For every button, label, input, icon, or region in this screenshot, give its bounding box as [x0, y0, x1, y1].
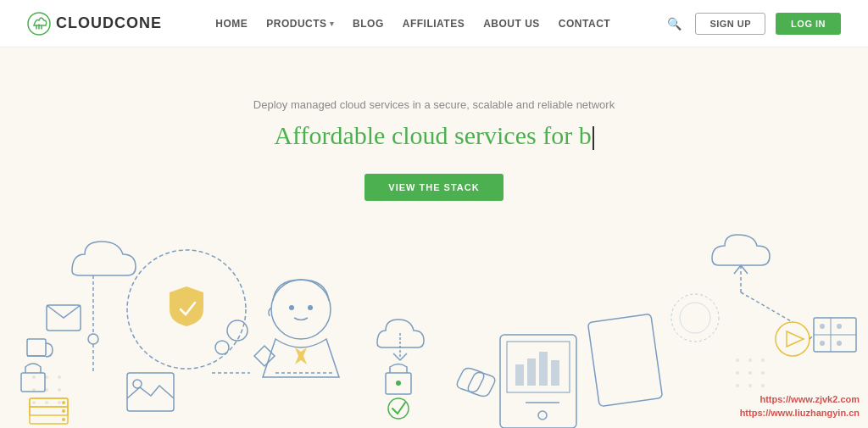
signup-button[interactable]: SIGN UP — [695, 13, 765, 35]
logo-text: CLOUDCONE — [56, 14, 162, 32]
logo-icon — [27, 12, 51, 36]
svg-point-13 — [736, 371, 739, 375]
svg-point-28 — [62, 418, 65, 421]
site-header: CLOUDCONE HOME PRODUCTS ▾ BLOG AFFILIATE… — [0, 0, 868, 47]
svg-point-1 — [32, 375, 36, 379]
svg-point-17 — [748, 384, 752, 387]
svg-rect-48 — [515, 364, 524, 386]
svg-point-62 — [837, 324, 842, 329]
svg-point-26 — [62, 401, 65, 404]
svg-point-11 — [748, 359, 752, 362]
svg-point-27 — [62, 409, 65, 413]
nav-blog[interactable]: BLOG — [353, 18, 384, 30]
svg-point-37 — [308, 305, 313, 310]
svg-rect-49 — [527, 359, 536, 386]
svg-point-53 — [538, 411, 547, 420]
nav-contact[interactable]: CONTACT — [559, 18, 610, 30]
svg-point-10 — [736, 359, 739, 362]
svg-marker-57 — [787, 331, 804, 347]
main-nav: HOME PRODUCTS ▾ BLOG AFFILIATES ABOUT US… — [215, 18, 610, 30]
nav-affiliates[interactable]: AFFILIATES — [403, 18, 465, 30]
svg-point-30 — [88, 334, 98, 344]
svg-point-3 — [58, 375, 61, 379]
svg-point-36 — [289, 305, 294, 310]
svg-point-34 — [215, 341, 229, 354]
hero-illustration — [0, 208, 868, 428]
svg-point-61 — [820, 324, 825, 329]
nav-home[interactable]: HOME — [215, 18, 248, 30]
svg-rect-20 — [27, 339, 46, 356]
login-button[interactable]: LOG IN — [776, 13, 841, 35]
svg-rect-51 — [551, 360, 559, 386]
svg-point-7 — [32, 401, 36, 404]
svg-point-63 — [820, 341, 825, 346]
svg-rect-50 — [539, 352, 548, 386]
products-dropdown-arrow: ▾ — [330, 19, 335, 28]
svg-point-35 — [271, 280, 331, 339]
svg-point-6 — [58, 388, 61, 392]
svg-point-16 — [736, 384, 739, 387]
svg-point-67 — [671, 294, 719, 342]
view-stack-button[interactable]: VIEW THE STACK — [364, 174, 503, 201]
svg-point-33 — [227, 320, 248, 341]
hero-section: Deploy managed cloud services in a secur… — [0, 47, 868, 428]
hero-subtitle: Deploy managed cloud services in a secur… — [253, 98, 615, 111]
svg-point-68 — [680, 303, 710, 333]
illustration-svg — [0, 208, 868, 428]
svg-point-64 — [837, 341, 842, 346]
svg-point-18 — [761, 384, 765, 387]
svg-point-12 — [761, 359, 765, 362]
nav-products[interactable]: PRODUCTS ▾ — [266, 18, 334, 30]
svg-point-39 — [133, 380, 142, 388]
logo[interactable]: CLOUDCONE — [27, 12, 162, 36]
search-icon[interactable]: 🔍 — [664, 14, 685, 34]
svg-point-15 — [761, 371, 765, 375]
header-actions: 🔍 SIGN UP LOG IN — [664, 13, 841, 35]
typing-cursor — [593, 126, 594, 150]
svg-point-8 — [45, 401, 48, 404]
svg-point-45 — [388, 398, 409, 419]
svg-line-65 — [741, 292, 793, 322]
svg-point-44 — [396, 381, 401, 386]
svg-point-9 — [58, 401, 61, 404]
svg-rect-54 — [587, 314, 662, 406]
svg-point-14 — [748, 371, 752, 375]
nav-about[interactable]: ABOUT US — [483, 18, 540, 30]
hero-title: Affordable cloud services for b — [274, 121, 593, 150]
